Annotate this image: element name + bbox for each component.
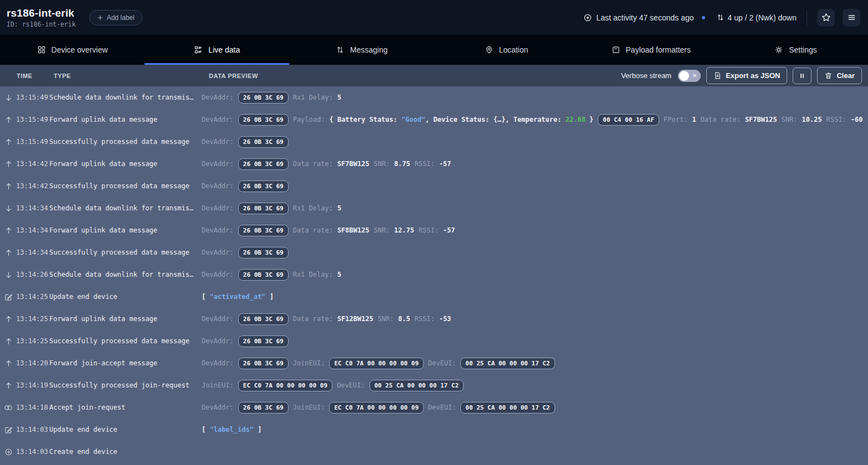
hex-badge[interactable]: 26 0B 3C 69: [238, 269, 289, 281]
preview-label: DevEUI:: [428, 404, 456, 411]
device-menu-button[interactable]: [843, 9, 860, 27]
arrow-up-icon: [3, 138, 14, 146]
tab-settings[interactable]: Settings: [723, 35, 868, 65]
tab-label: Payload formatters: [626, 45, 691, 54]
event-row[interactable]: 13:14:18 Accept join-request DevAddr:26 …: [0, 396, 868, 418]
hex-badge[interactable]: 26 0B 3C 69: [238, 203, 289, 214]
event-row[interactable]: 13:15:49 Forward uplink data message Dev…: [0, 108, 868, 131]
preview-plain-fragment: { Battery Status:: [329, 116, 401, 123]
event-row[interactable]: 13:14:20 Forward join-accept message Dev…: [0, 352, 868, 374]
last-activity: Last activity 47 seconds ago: [583, 13, 708, 22]
hex-badge[interactable]: EC C0 7A 00 00 00 00 09: [329, 402, 423, 414]
preview-value: -53: [439, 315, 451, 323]
preview-label: SNR:: [782, 116, 798, 123]
preview-text: { Battery Status: "Good", Device Status:…: [329, 116, 593, 123]
preview-label: RSSI:: [826, 116, 846, 123]
tab-label: Messaging: [350, 45, 388, 54]
hex-badge[interactable]: 26 0B 3C 69: [238, 358, 289, 369]
event-row[interactable]: 13:14:34 Successfully processed data mes…: [0, 241, 868, 264]
event-log: 13:15:49 Schedule data downlink for tran…: [0, 86, 868, 463]
event-row[interactable]: 13:14:25 Successfully processed data mes…: [0, 330, 868, 352]
preview-plain-fragment: [: [202, 293, 209, 301]
event-row[interactable]: 13:14:26 Schedule data downlink for tran…: [0, 264, 868, 286]
event-row[interactable]: 13:14:25 Forward uplink data message Dev…: [0, 308, 868, 330]
preview-value: 5: [337, 94, 341, 101]
edit-icon: [3, 426, 14, 434]
hex-badge[interactable]: 26 0B 3C 69: [238, 402, 289, 414]
list-icon: [194, 45, 203, 54]
tab-location[interactable]: Location: [434, 35, 579, 65]
event-time: 13:14:19: [16, 381, 49, 389]
tab-live-data[interactable]: Live data: [145, 35, 289, 65]
hex-badge[interactable]: 26 0B 3C 69: [238, 158, 289, 170]
pause-icon: [798, 72, 806, 80]
add-label-button[interactable]: Add label: [89, 10, 142, 25]
preview-label: JoinEUI:: [202, 381, 234, 389]
hex-badge[interactable]: 26 0B 3C 69: [238, 136, 289, 148]
hex-badge[interactable]: 26 0B 3C 69: [238, 114, 289, 126]
event-type: Update end device: [49, 293, 197, 301]
bookmark-button[interactable]: [817, 9, 835, 27]
device-name: rs186-int-erik: [7, 7, 76, 19]
hex-badge[interactable]: 26 0B 3C 69: [238, 92, 289, 104]
preview-value: -57: [439, 160, 451, 168]
preview-label: RSSI:: [419, 226, 439, 234]
tab-payload-formatters[interactable]: Payload formatters: [579, 35, 723, 65]
preview-label: DevEUI:: [428, 359, 456, 367]
hex-badge[interactable]: 26 0B 3C 69: [238, 335, 289, 347]
event-row[interactable]: 13:14:19 Successfully processed join-req…: [0, 374, 868, 396]
event-type: Forward uplink data message: [49, 160, 197, 168]
hex-badge[interactable]: EC C0 7A 00 00 00 00 09: [329, 358, 423, 369]
event-preview: DevAddr:26 0B 3C 69: [202, 335, 868, 347]
header-divider: [807, 10, 807, 25]
event-row[interactable]: 13:14:42 Forward uplink data message Dev…: [0, 153, 868, 175]
event-type: Successfully processed join-request: [49, 381, 197, 389]
hex-badge[interactable]: 00 25 CA 00 00 00 17 C2: [369, 380, 464, 391]
event-type: Successfully processed data message: [49, 337, 197, 345]
pause-stream-button[interactable]: [793, 68, 811, 84]
clear-label: Clear: [836, 71, 855, 80]
event-time: 13:14:34: [16, 226, 49, 234]
preview-label: Payload:: [293, 116, 325, 123]
export-json-button[interactable]: Export as JSON: [706, 67, 787, 84]
verbose-stream-toggle[interactable]: ✕: [678, 70, 701, 82]
event-row[interactable]: 13:15:49 Successfully processed data mes…: [0, 131, 868, 153]
event-time: 13:14:03: [16, 448, 49, 456]
hex-badge[interactable]: 26 0B 3C 69: [238, 313, 289, 325]
preview-label: DevEUI:: [337, 381, 365, 389]
event-row[interactable]: 13:14:03 Create end device: [0, 441, 868, 463]
hex-badge[interactable]: 00 25 CA 00 00 00 17 C2: [460, 402, 554, 414]
tab-device-overview[interactable]: Device overview: [0, 35, 145, 65]
hex-badge[interactable]: 26 0B 3C 69: [238, 247, 289, 259]
hex-badge[interactable]: 26 0B 3C 69: [238, 180, 289, 192]
event-preview: [ "label_ids" ]: [202, 426, 868, 433]
arrow-up-icon: [3, 381, 14, 390]
device-title-block: rs186-int-erik ID: rs186-int-erik: [7, 7, 76, 28]
preview-label: DevAddr:: [202, 204, 234, 212]
hex-badge[interactable]: 26 0B 3C 69: [238, 225, 289, 236]
event-row[interactable]: 13:15:49 Schedule data downlink for tran…: [0, 86, 868, 108]
tab-messaging[interactable]: Messaging: [289, 35, 434, 65]
plus-icon: [97, 14, 104, 21]
activity-dot: [702, 16, 705, 19]
clear-stream-button[interactable]: Clear: [817, 67, 862, 84]
event-time: 13:14:25: [16, 315, 49, 323]
preview-plain-fragment: ]: [266, 293, 274, 301]
preview-label: DevAddr:: [202, 271, 234, 278]
hex-badge[interactable]: EC C0 7A 00 00 00 00 09: [238, 380, 332, 391]
event-row[interactable]: 13:14:34 Schedule data downlink for tran…: [0, 197, 868, 219]
preview-label: Data rate:: [293, 315, 333, 323]
preview-plain-fragment: [: [202, 426, 209, 433]
link-rings-icon: [3, 404, 14, 412]
hex-badge[interactable]: 00 C4 00 16 AF: [598, 114, 659, 126]
event-row[interactable]: 13:14:34 Forward uplink data message Dev…: [0, 219, 868, 241]
event-type: Schedule data downlink for transmission: [49, 94, 197, 101]
hex-badge[interactable]: 00 25 CA 00 00 00 17 C2: [460, 358, 554, 369]
event-row[interactable]: 13:14:25 Update end device [ "activated_…: [0, 286, 868, 308]
preview-value: SF7BW125: [337, 160, 369, 168]
event-row[interactable]: 13:14:42 Successfully processed data mes…: [0, 175, 868, 197]
event-row[interactable]: 13:14:03 Update end device [ "label_ids"…: [0, 418, 868, 441]
preview-value: 8.75: [394, 160, 410, 168]
event-type: Forward uplink data message: [49, 315, 197, 323]
arrow-up-icon: [3, 359, 14, 368]
